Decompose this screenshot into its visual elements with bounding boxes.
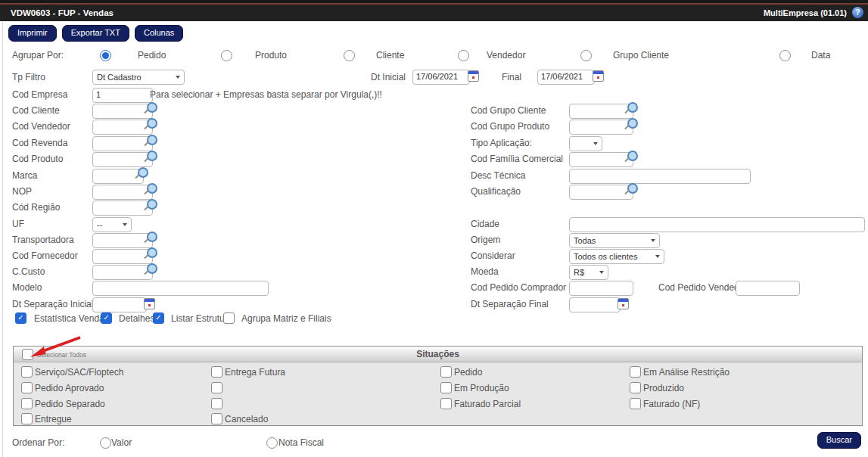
cod-pedido-vendedor-input[interactable] [736, 281, 800, 296]
calendar-icon[interactable] [144, 298, 155, 309]
calendar-icon[interactable] [618, 298, 629, 309]
checkbox-estatistica-venda[interactable]: ✓ [15, 312, 26, 324]
desc-tecnica-input[interactable] [569, 169, 751, 184]
search-icon[interactable] [147, 232, 157, 242]
cod-revenda-input[interactable] [92, 136, 153, 151]
radio-produto[interactable] [221, 50, 232, 61]
cod-regiao-input[interactable] [92, 201, 153, 216]
radio-vendedor[interactable] [458, 50, 469, 61]
search-icon[interactable] [627, 183, 638, 194]
estatistica-venda-checkbox-label: Estatística Venda [34, 313, 104, 324]
uf-select[interactable]: -- [92, 217, 132, 232]
checkbox-pedido[interactable] [440, 366, 452, 378]
checkbox-listar-estrutura[interactable]: ✓ [153, 312, 164, 324]
dt-separacao-inicial-input[interactable] [92, 297, 147, 312]
search-icon[interactable] [627, 102, 638, 113]
pedido-aprovado-checkbox-label: Pedido Aprovado [35, 383, 104, 393]
radio-valor[interactable] [100, 437, 111, 449]
checkbox-unlabeled[interactable] [211, 382, 222, 393]
dt-inicial-input[interactable]: 17/06/2021 [412, 70, 470, 85]
produzido-checkbox-label: Produzido [643, 383, 684, 393]
situacoes-header: Selecionar Todos Situações [14, 347, 862, 362]
tipo-aplicacao-select[interactable] [569, 136, 602, 151]
considerar-select[interactable]: Todos os clientes [569, 249, 664, 264]
colunas-button[interactable]: Colunas [135, 25, 183, 42]
search-icon[interactable] [147, 183, 157, 194]
checkbox-cancelado[interactable] [211, 413, 222, 424]
radio-data[interactable] [779, 50, 791, 61]
cidade-input[interactable] [569, 217, 865, 232]
checkbox-agrupa-matriz-e-filiais[interactable] [223, 312, 235, 324]
qualificacao-input[interactable] [569, 185, 633, 200]
toolbar: Imprimir Exportar TXT Colunas [8, 25, 183, 42]
moeda-select[interactable]: R$ [569, 265, 608, 280]
checkbox-entrega-futura[interactable] [211, 366, 222, 378]
origem-select[interactable]: Todas [569, 233, 660, 248]
search-icon[interactable] [147, 247, 157, 258]
c-custo-input[interactable] [92, 265, 153, 280]
cod-cliente-input[interactable] [92, 104, 153, 119]
entregue-checkbox-label: Entregue [35, 414, 72, 424]
cod-cliente-label: Cod Cliente [12, 105, 60, 116]
buscar-button[interactable]: Buscar [817, 432, 861, 449]
chevron-down-icon [593, 142, 598, 145]
cod-grupo-cliente-input[interactable] [569, 104, 633, 119]
dt-separacao-final-input[interactable] [569, 297, 621, 312]
checkbox-servico-sac-floptech[interactable] [21, 366, 33, 378]
search-icon[interactable] [147, 102, 157, 113]
modelo-input[interactable] [92, 281, 269, 296]
checkbox-detalhes[interactable]: ✓ [101, 312, 112, 324]
data-radio-label: Data [811, 50, 830, 61]
cod-familia-comercial-input[interactable] [569, 152, 633, 167]
dt-separacao-final-label: Dt Separação Final [471, 299, 549, 309]
checkbox-pedido-aprovado[interactable] [21, 382, 33, 393]
vendedor-radio-label: Vendedor [487, 50, 525, 61]
search-icon[interactable] [627, 151, 638, 161]
checkbox-pedido-separado[interactable] [21, 398, 33, 409]
imprimir-button[interactable]: Imprimir [8, 25, 57, 42]
cod-vendedor-label: Cod Vendedor [12, 121, 70, 132]
situacoes-title: Situações [14, 349, 862, 359]
cod-fornecedor-input[interactable] [92, 249, 153, 264]
transportadora-input[interactable] [92, 233, 153, 248]
checkbox-unlabeled[interactable] [211, 398, 222, 409]
cod-vendedor-input[interactable] [92, 120, 153, 135]
agrupar-por-label: Agrupar Por: [12, 50, 64, 61]
moeda-select-value: R$ [574, 268, 584, 277]
tp-filtro-value: Dt Cadastro [97, 73, 142, 82]
cod-pedido-comprador-input[interactable] [569, 281, 633, 296]
tp-filtro-select[interactable]: Dt Cadastro [92, 70, 185, 85]
cod-grupo-produto-input[interactable] [569, 120, 633, 135]
checkbox-entregue[interactable] [21, 413, 33, 424]
cod-empresa-input[interactable]: 1 [92, 88, 153, 103]
search-icon[interactable] [147, 118, 157, 129]
search-icon[interactable] [147, 199, 157, 210]
search-icon[interactable] [147, 135, 157, 145]
checkbox-em-producao[interactable] [440, 382, 452, 393]
nop-input[interactable] [92, 185, 153, 200]
search-icon[interactable] [138, 167, 148, 178]
help-icon[interactable]: ? [852, 7, 863, 18]
pedido-checkbox-label: Pedido [454, 367, 482, 378]
radio-grupo-cliente[interactable] [580, 50, 592, 61]
produto-radio-label: Produto [255, 50, 287, 61]
dt-final-input[interactable]: 17/06/2021 [537, 70, 595, 85]
calendar-icon[interactable] [468, 70, 479, 82]
calendar-icon[interactable] [593, 70, 604, 82]
search-icon[interactable] [147, 263, 157, 274]
radio-nota-fiscal[interactable] [266, 437, 278, 449]
checkbox-em-analise-restricao[interactable] [630, 366, 641, 378]
tipo-aplicacao-label: Tipo Aplicação: [471, 138, 532, 148]
dt-separacao-inicial-label: Dt Separação Inicial [12, 299, 93, 309]
cod-produto-input[interactable] [92, 152, 153, 167]
search-icon[interactable] [627, 118, 638, 129]
checkbox-produzido[interactable] [630, 382, 641, 393]
checkbox-faturado-parcial[interactable] [440, 398, 452, 409]
radio-cliente[interactable] [344, 50, 355, 61]
search-icon[interactable] [147, 151, 157, 161]
radio-pedido[interactable] [100, 50, 111, 61]
exportar-txt-button[interactable]: Exportar TXT [62, 25, 129, 42]
dt-final-label: Final [502, 72, 521, 82]
left-frame-line [2, 21, 3, 457]
checkbox-faturado-nf[interactable] [630, 398, 641, 409]
